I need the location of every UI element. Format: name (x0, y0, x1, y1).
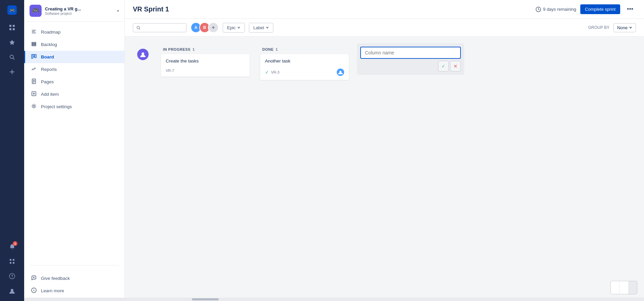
svg-line-37 (139, 29, 140, 30)
horizontal-scrollbar[interactable] (24, 298, 644, 301)
main-content: VR Sprint 1 9 days remaining Complete sp… (125, 0, 644, 301)
svg-rect-11 (13, 262, 14, 264)
group-by-select[interactable]: None (613, 23, 636, 32)
nav-help-icon[interactable]: ? (6, 270, 18, 282)
sidebar: 🎮 Creating a VR g... Software project ▾ … (24, 0, 125, 301)
project-name: Creating a VR g... (45, 6, 114, 11)
sidebar-item-pages[interactable]: Pages (24, 76, 124, 88)
board-area: IN PROGRESS 1 Create the tasks VR-7 DONE… (125, 37, 644, 301)
nav-strip: 🎮 1 (0, 0, 24, 301)
card-vr3-title: Another task (265, 58, 344, 64)
nav-grid-icon[interactable] (6, 255, 18, 267)
svg-rect-18 (32, 42, 36, 43)
project-icon: 🎮 (30, 5, 42, 17)
learn-more-icon (31, 288, 37, 294)
svg-rect-3 (13, 25, 15, 27)
scrollbar-thumb[interactable] (192, 298, 219, 300)
card-vr3[interactable]: Another task ✓ VR-3 (260, 54, 349, 80)
app-logo[interactable]: 🎮 (6, 4, 18, 16)
svg-point-36 (137, 26, 140, 29)
label-filter-label: Label (253, 25, 264, 30)
label-chevron-icon (266, 26, 269, 29)
time-remaining: 9 days remaining (536, 7, 576, 12)
svg-text:🎮: 🎮 (9, 8, 15, 13)
nav-user-icon[interactable] (6, 285, 18, 297)
done-column-count: 1 (276, 47, 278, 51)
group-by-chevron-icon (629, 26, 632, 29)
mini-map-col-3 (629, 281, 637, 294)
project-settings-icon (31, 103, 37, 110)
done-cards: Another task ✓ VR-3 (258, 54, 352, 83)
card-vr3-avatar (337, 69, 344, 76)
main-header: VR Sprint 1 9 days remaining Complete sp… (125, 0, 644, 19)
new-column-cancel-button[interactable]: ✕ (450, 61, 461, 72)
more-options-button[interactable]: ••• (624, 4, 636, 14)
search-icon (137, 26, 140, 30)
new-column-confirm-button[interactable]: ✓ (438, 61, 449, 72)
search-input[interactable] (142, 25, 183, 30)
svg-point-31 (33, 105, 35, 107)
sidebar-item-board[interactable]: Board (24, 51, 124, 63)
search-box[interactable] (133, 23, 186, 32)
in-progress-column-title: IN PROGRESS (163, 47, 191, 51)
nav-apps-icon[interactable] (6, 22, 18, 34)
sidebar-item-reports[interactable]: Reports (24, 63, 124, 76)
svg-point-34 (34, 289, 34, 290)
in-progress-column-count: 1 (193, 47, 195, 51)
group-by-value: None (617, 25, 628, 30)
sidebar-bottom: Give feedback Learn more (24, 268, 124, 301)
in-progress-cards: Create the tasks VR-7 (158, 54, 252, 79)
sidebar-item-roadmap[interactable]: Roadmap (24, 26, 124, 38)
sidebar-item-give-feedback[interactable]: Give feedback (24, 272, 124, 285)
sidebar-chevron-icon[interactable]: ▾ (117, 9, 119, 13)
svg-rect-4 (9, 28, 11, 30)
svg-rect-22 (33, 54, 35, 57)
pages-icon (31, 79, 37, 85)
page-title: VR Sprint 1 (133, 5, 169, 13)
card-vr3-id: VR-3 (271, 70, 279, 74)
svg-rect-20 (32, 45, 36, 46)
sidebar-item-learn-more[interactable]: Learn more (24, 285, 124, 297)
notification-badge: 1 (13, 241, 17, 246)
column-avatar (137, 49, 149, 60)
sidebar-item-roadmap-label: Roadmap (41, 30, 61, 35)
svg-rect-23 (35, 54, 36, 58)
svg-rect-10 (10, 262, 11, 264)
board-icon (31, 54, 37, 60)
card-vr7[interactable]: Create the tasks VR-7 (161, 54, 250, 77)
time-remaining-text: 9 days remaining (543, 7, 576, 12)
label-filter-button[interactable]: Label (249, 23, 273, 33)
roadmap-icon (31, 29, 37, 35)
sidebar-item-backlog-label: Backlog (41, 42, 57, 47)
nav-search-icon[interactable] (6, 51, 18, 63)
add-item-icon (31, 91, 37, 97)
new-column: ✓ ✕ (357, 43, 464, 75)
sidebar-item-project-settings[interactable]: Project settings (24, 100, 124, 113)
card-vr3-check-icon: ✓ (265, 70, 269, 75)
done-column-title: DONE (262, 47, 274, 51)
group-by-label: GROUP BY (588, 25, 609, 30)
avatar-group: A B + (191, 22, 219, 33)
sidebar-item-project-settings-label: Project settings (41, 104, 72, 109)
svg-rect-19 (32, 44, 36, 45)
sidebar-item-backlog[interactable]: Backlog (24, 38, 124, 51)
avatar-add[interactable]: + (208, 22, 219, 33)
svg-rect-2 (9, 25, 11, 27)
svg-point-14 (11, 289, 13, 292)
mini-map-col-2 (620, 281, 628, 294)
new-column-input[interactable] (360, 47, 461, 59)
project-type: Software project (45, 11, 114, 15)
card-vr7-id: VR-7 (166, 69, 174, 73)
epic-filter-button[interactable]: Epic (223, 23, 245, 33)
sidebar-nav: Roadmap Backlog Board R (24, 22, 124, 262)
nav-bell-icon[interactable]: 1 (6, 241, 18, 253)
mini-map (610, 281, 637, 294)
sidebar-item-board-label: Board (41, 54, 54, 59)
epic-chevron-icon (237, 26, 240, 29)
complete-sprint-button[interactable]: Complete sprint (580, 4, 620, 14)
nav-create-icon[interactable] (6, 66, 18, 78)
backlog-icon (31, 41, 37, 48)
card-vr7-title: Create the tasks (166, 58, 245, 64)
sidebar-item-add-item[interactable]: Add item (24, 88, 124, 100)
nav-star-icon[interactable] (6, 36, 18, 48)
